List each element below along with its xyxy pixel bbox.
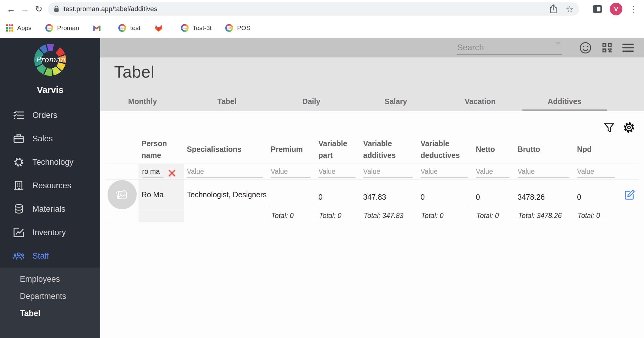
search-field[interactable]: [457, 41, 562, 55]
back-icon[interactable]: ←: [4, 0, 18, 18]
chart-icon: [13, 227, 24, 238]
qr-code-icon[interactable]: [601, 41, 613, 54]
specialisations-filter-input[interactable]: [187, 167, 263, 178]
brutto-value-input[interactable]: [518, 193, 569, 205]
netto-filter-input[interactable]: [476, 167, 510, 178]
sidebar-item-materials[interactable]: Materials: [0, 197, 100, 221]
variable-part-value-input[interactable]: [318, 193, 355, 205]
side-panel-icon[interactable]: [593, 5, 602, 13]
settings-gear-icon[interactable]: [623, 121, 635, 134]
proman-favicon: Proman: [118, 24, 126, 32]
url-text[interactable]: test.proman.app/tabel/additives: [64, 5, 541, 13]
tab-vacation[interactable]: Vacation: [438, 92, 522, 111]
bookmark-star-icon[interactable]: ☆: [566, 4, 574, 14]
database-icon: [13, 204, 24, 214]
row-specialisations: Technologist, Designers: [184, 180, 268, 210]
photo-placeholder-icon: [114, 187, 130, 203]
edit-pencil-icon[interactable]: [624, 189, 636, 201]
npd-filter-input[interactable]: [577, 167, 615, 178]
app-frame: Proman Varvis Orders Sales: [0, 38, 644, 338]
menu-hamburger-icon[interactable]: [622, 44, 634, 52]
row-npd-cell: [574, 180, 620, 210]
variable-deductives-filter-input[interactable]: [421, 167, 468, 178]
bookmark-test-3t[interactable]: Proman Test-3t: [181, 24, 211, 32]
bookmark-gitlab[interactable]: [154, 24, 167, 32]
submenu-item-employees[interactable]: Employees: [0, 271, 100, 288]
variable-additives-value-input[interactable]: [363, 193, 413, 205]
sidebar-item-technology[interactable]: Technology: [0, 150, 100, 174]
bookmark-test[interactable]: Proman test: [118, 24, 140, 32]
sidebar-item-label: Sales: [32, 134, 53, 143]
gmail-icon: [93, 25, 101, 31]
sidebar-item-staff[interactable]: Staff: [0, 244, 100, 268]
row-netto-cell: [473, 180, 515, 210]
submenu-item-departments[interactable]: Departments: [0, 288, 100, 305]
table-header-row: Person name Specialisations Premium Vari…: [105, 134, 639, 164]
person-name-filter-input[interactable]: [142, 167, 164, 178]
clear-filter-icon[interactable]: [168, 169, 176, 177]
content-area: Person name Specialisations Premium Vari…: [100, 111, 644, 338]
tab-salary[interactable]: Salary: [354, 92, 438, 111]
totals-actions-cell: [620, 210, 639, 222]
row-actions-cell: [620, 180, 639, 210]
column-header-variable-part: Variable part: [315, 138, 360, 161]
tab-daily[interactable]: Daily: [269, 92, 354, 111]
variable-part-filter-input[interactable]: [318, 167, 355, 178]
row-variable-deductives-cell: [418, 180, 473, 210]
gitlab-icon: [154, 24, 163, 32]
row-brutto-cell: [515, 180, 574, 210]
total-variable-deductives: Total: 0: [418, 212, 444, 220]
sidebar-item-label: Technology: [32, 158, 74, 167]
premium-value-input[interactable]: [271, 193, 311, 205]
filter-cell-premium: [268, 164, 315, 180]
filter-cell-specialisations: [184, 164, 268, 180]
share-icon[interactable]: [549, 4, 558, 14]
filter-cell-variable-part: [315, 164, 360, 180]
building-icon: [13, 180, 24, 191]
sidebar-item-resources[interactable]: Resources: [0, 174, 100, 197]
search-input[interactable]: [457, 43, 562, 54]
submenu-item-tabel[interactable]: Tabel: [0, 305, 100, 322]
browser-toolbar: ← → ↻ test.proman.app/tabel/additives ☆ …: [0, 0, 644, 18]
brutto-filter-input[interactable]: [518, 167, 569, 178]
table-totals-row: Total: 0 Total: 0 Total: 347.83 Total: 0…: [105, 210, 639, 222]
premium-filter-input[interactable]: [271, 167, 311, 178]
profile-avatar[interactable]: V: [610, 3, 622, 15]
forward-icon[interactable]: →: [18, 0, 32, 18]
page-header: Tabel Monthly Tabel Daily Salary Vacatio…: [100, 57, 644, 111]
address-bar[interactable]: test.proman.app/tabel/additives ☆: [48, 2, 579, 16]
row-variable-additives-cell: [360, 180, 418, 210]
proman-logo: Proman: [34, 44, 66, 76]
column-header-variable-deductives: Variable deductives: [418, 138, 473, 161]
search-dropdown-icon[interactable]: [555, 42, 561, 48]
tab-additives[interactable]: Additives: [522, 92, 607, 111]
row-avatar-cell: [105, 180, 138, 210]
bookmark-pos[interactable]: Prochef POS: [225, 24, 250, 32]
briefcase-icon: [13, 134, 24, 144]
browser-menu-icon[interactable]: ⋮: [630, 4, 638, 14]
sidebar-item-inventory[interactable]: Inventory: [0, 221, 100, 244]
sidebar-item-label: Staff: [32, 251, 49, 261]
column-header-person-name: Person name: [138, 138, 184, 161]
reload-icon[interactable]: ↻: [32, 0, 46, 18]
column-header-brutto: Brutto: [515, 143, 574, 155]
netto-value-input[interactable]: [476, 193, 510, 205]
column-header-premium: Premium: [268, 143, 315, 155]
tab-monthly[interactable]: Monthly: [100, 92, 185, 111]
bookmark-proman[interactable]: Proman Proman: [45, 24, 79, 32]
table-filter-row: [105, 164, 639, 180]
bookmark-apps[interactable]: Apps: [6, 24, 32, 32]
feedback-smiley-icon[interactable]: [579, 41, 592, 54]
bookmark-label: Proman: [57, 24, 79, 32]
npd-value-input[interactable]: [577, 193, 615, 205]
tab-tabel[interactable]: Tabel: [185, 92, 269, 111]
sidebar-item-sales[interactable]: Sales: [0, 127, 100, 150]
bookmark-gmail[interactable]: [93, 25, 105, 31]
gear-outline-icon: [13, 157, 24, 167]
variable-deductives-value-input[interactable]: [421, 193, 468, 205]
sidebar-item-orders[interactable]: Orders: [0, 103, 100, 127]
filter-icon[interactable]: [603, 121, 615, 134]
variable-additives-filter-input[interactable]: [363, 167, 413, 178]
bookmark-label: test: [130, 24, 140, 32]
main-area: Tabel Monthly Tabel Daily Salary Vacatio…: [100, 38, 644, 338]
